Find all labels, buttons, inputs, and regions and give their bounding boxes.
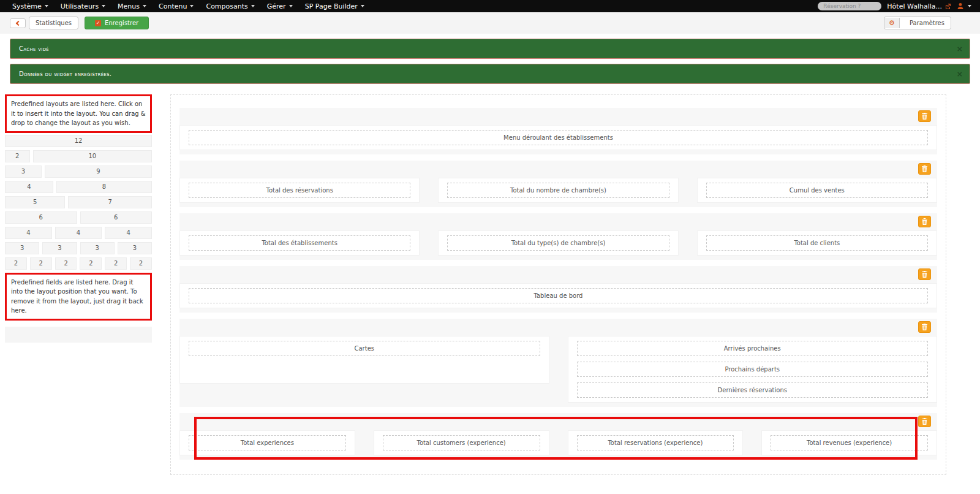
chevron-down-icon — [289, 5, 293, 7]
external-link-icon — [945, 3, 951, 9]
menu-item-contenu[interactable]: Contenu — [153, 2, 200, 10]
builder-row: Menu déroulant des établissements — [179, 108, 937, 154]
preset-row: 12 — [5, 135, 152, 147]
preset-row: 57 — [5, 196, 152, 208]
layout-preset-6-6[interactable]: 6 — [80, 211, 153, 224]
layout-preset-5-7[interactable]: 5 — [5, 196, 65, 208]
chevron-down-icon — [968, 5, 971, 7]
dashboard-builder-canvas: Menu déroulant des établissementsTotal d… — [170, 94, 946, 475]
layout-column: Total du type(s) de chambre(s) — [438, 230, 678, 256]
layout-preset-3-3-3-3[interactable]: 3 — [42, 242, 77, 254]
widget[interactable]: Total de clients — [706, 235, 928, 251]
settings-button[interactable]: ⚙ Paramètres — [884, 17, 951, 29]
delete-row-button[interactable] — [918, 216, 931, 227]
chevron-left-icon — [16, 20, 21, 25]
builder-row: Total des réservationsTotal du nombre de… — [179, 161, 937, 207]
fields-help-text: Predefined fields are listed here. Drag … — [5, 273, 152, 321]
site-preview-link[interactable]: Hôtel Walhalla... — [887, 2, 951, 10]
widget[interactable]: Total des réservations — [189, 183, 410, 198]
layout-preset-2-2-2-2-2-2[interactable]: 2 — [30, 257, 52, 270]
layout-preset-4-8[interactable]: 4 — [5, 181, 53, 193]
layout-preset-3-9[interactable]: 9 — [45, 165, 152, 178]
menu-item-systeme[interactable]: Système — [6, 2, 55, 10]
layout-preset-4-4-4[interactable]: 4 — [105, 227, 152, 239]
user-menu[interactable] — [957, 2, 974, 10]
widget[interactable]: Total revenues (experience) — [771, 435, 928, 450]
widget[interactable]: Prochains départs — [577, 362, 929, 377]
widget[interactable]: Total du nombre de chambre(s) — [447, 183, 669, 198]
user-icon — [957, 2, 964, 10]
preset-row: 39 — [5, 165, 152, 178]
layout-preset-4-4-4[interactable]: 4 — [5, 227, 52, 239]
preset-row: 222222 — [5, 257, 152, 270]
admin-topbar: SystèmeUtilisateursMenusContenuComposant… — [0, 0, 980, 12]
trash-icon — [922, 418, 927, 425]
menu-item-utilisateurs[interactable]: Utilisateurs — [55, 2, 111, 10]
layout-preset-3-9[interactable]: 3 — [5, 165, 42, 178]
menu-item-gerer[interactable]: Gérer — [261, 2, 299, 10]
row-columns: Tableau de bord — [179, 283, 937, 308]
menu-item-composants[interactable]: Composants — [200, 2, 260, 10]
layout-preset-2-2-2-2-2-2[interactable]: 2 — [130, 257, 152, 270]
widget[interactable]: Cumul des ventes — [706, 183, 928, 198]
trash-icon — [922, 324, 927, 330]
chevron-down-icon — [190, 5, 194, 7]
menu-item-label: SP Page Builder — [305, 2, 358, 10]
menu-item-label: Utilisateurs — [61, 2, 99, 10]
delete-row-button[interactable] — [918, 268, 931, 280]
layout-preset-3-3-3-3[interactable]: 3 — [118, 242, 152, 254]
chevron-down-icon — [143, 5, 146, 7]
layout-preset-2-2-2-2-2-2[interactable]: 2 — [55, 257, 77, 270]
layout-column: Total des établissements — [179, 230, 420, 256]
layout-presets: 12210394857664443333222222 — [5, 135, 152, 270]
layout-preset-2-2-2-2-2-2[interactable]: 2 — [80, 257, 102, 270]
search-input[interactable] — [818, 2, 881, 10]
layout-preset-4-8[interactable]: 8 — [56, 181, 152, 193]
layout-preset-12[interactable]: 12 — [5, 135, 152, 147]
layout-preset-2-2-2-2-2-2[interactable]: 2 — [5, 257, 27, 270]
widget[interactable]: Cartes — [189, 341, 540, 356]
statistics-button[interactable]: Statistiques — [29, 17, 78, 29]
back-button[interactable] — [10, 18, 26, 28]
layout-preset-2-10[interactable]: 2 — [5, 150, 30, 162]
widget[interactable]: Tableau de bord — [189, 288, 928, 303]
layout-preset-3-3-3-3[interactable]: 3 — [80, 242, 115, 254]
preset-row: 210 — [5, 150, 152, 162]
fields-dropzone[interactable] — [5, 327, 152, 343]
widget[interactable]: Total customers (experience) — [383, 435, 540, 450]
close-icon[interactable]: × — [957, 70, 963, 78]
layout-column: Total reservations (experience) — [568, 430, 744, 455]
layout-preset-3-3-3-3[interactable]: 3 — [5, 242, 39, 254]
menu-item-label: Système — [12, 2, 42, 10]
trash-icon — [922, 113, 927, 120]
builder-row: CartesArrivés prochainesProchains départ… — [179, 319, 937, 407]
statistics-button-label: Statistiques — [36, 20, 72, 26]
widget[interactable]: Total des établissements — [189, 235, 410, 251]
toolbar: Statistiques ✓ Enregistrer ⚙ Paramètres — [0, 12, 980, 34]
layout-preset-6-6[interactable]: 6 — [5, 211, 77, 224]
widget[interactable]: Menu déroulant des établissements — [189, 130, 928, 145]
layout-column: Total experiences — [179, 430, 355, 455]
layout-preset-5-7[interactable]: 7 — [68, 196, 152, 208]
layout-preset-4-4-4[interactable]: 4 — [55, 227, 102, 239]
layout-column: Total revenues (experience) — [761, 430, 937, 455]
layout-column: Cumul des ventes — [697, 178, 937, 203]
alert-message: Données du widget enregistrées.× — [10, 64, 970, 84]
save-button[interactable]: ✓ Enregistrer — [85, 17, 149, 29]
widget[interactable]: Total experiences — [189, 435, 346, 450]
delete-row-button[interactable] — [918, 110, 931, 122]
delete-row-button[interactable] — [918, 163, 931, 175]
menu-item-sp-page-builder[interactable]: SP Page Builder — [299, 2, 371, 10]
widget[interactable]: Total du type(s) de chambre(s) — [447, 235, 669, 251]
menu-item-menus[interactable]: Menus — [111, 2, 153, 10]
delete-row-button[interactable] — [918, 416, 931, 427]
menu-item-label: Contenu — [159, 2, 187, 10]
preset-row: 66 — [5, 211, 152, 224]
layout-preset-2-2-2-2-2-2[interactable]: 2 — [105, 257, 127, 270]
layout-preset-2-10[interactable]: 10 — [33, 150, 153, 162]
widget[interactable]: Arrivés prochaines — [577, 341, 929, 356]
delete-row-button[interactable] — [918, 321, 931, 333]
widget[interactable]: Total reservations (experience) — [577, 435, 734, 450]
close-icon[interactable]: × — [957, 45, 963, 53]
widget[interactable]: Dernières réservations — [577, 382, 929, 398]
